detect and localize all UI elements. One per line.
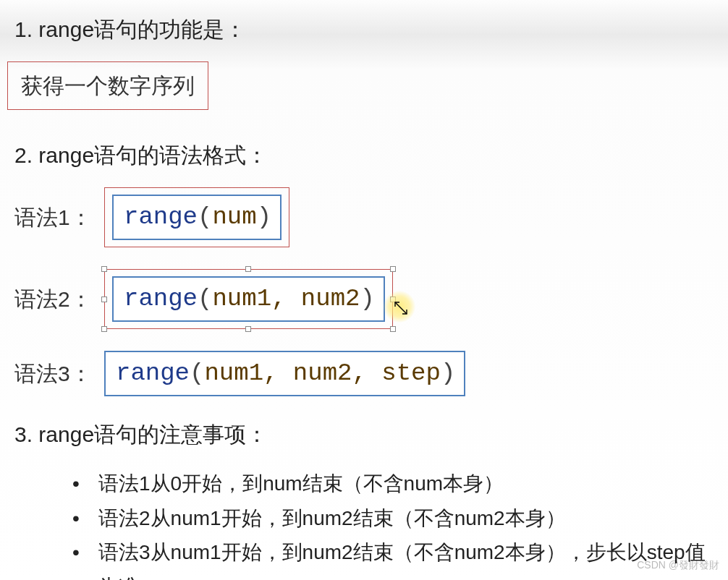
note-item: 语法2从num1开始，到num2结束（不含num2本身） xyxy=(72,501,714,536)
selection-handle[interactable] xyxy=(390,326,396,332)
notes-list: 语法1从0开始，到num结束（不含num本身）语法2从num1开始，到num2结… xyxy=(72,466,714,580)
selection-handle[interactable] xyxy=(101,326,107,332)
note-item: 语法3从num1开始，到num2结束（不含num2本身），步长以step值为准 xyxy=(72,535,714,580)
selection-handle[interactable] xyxy=(245,326,251,332)
syntax-row-1: 语法1：range(num) xyxy=(14,187,714,247)
syntax-row-2: 语法2：range(num1, num2) xyxy=(14,269,714,329)
section-2-heading: 2. range语句的语法格式： xyxy=(14,139,714,171)
code-box-outer[interactable]: range(num1, num2) xyxy=(104,269,393,329)
note-item: 语法1从0开始，到num结束（不含num本身） xyxy=(72,466,714,501)
code-box-inner: range(num1, num2) xyxy=(112,276,385,322)
selection-handle[interactable] xyxy=(101,297,107,302)
section-1-answer-box: 获得一个数字序列 xyxy=(7,61,208,110)
syntax-label: 语法3： xyxy=(14,357,94,390)
selection-handle[interactable] xyxy=(390,266,396,272)
code-box-outer: range(num1, num2, step) xyxy=(104,351,465,396)
selection-handle[interactable] xyxy=(245,266,251,272)
syntax-rows-container: 语法1：range(num)语法2：range(num1, num2)语法3：r… xyxy=(14,187,714,396)
selection-handle[interactable] xyxy=(390,297,396,302)
section-3-heading: 3. range语句的注意事项： xyxy=(14,418,714,451)
code-box-inner: range(num) xyxy=(112,195,282,240)
syntax-label: 语法2： xyxy=(14,283,94,315)
syntax-row-3: 语法3：range(num1, num2, step) xyxy=(14,351,714,396)
selection-handle[interactable] xyxy=(101,266,107,272)
watermark: CSDN @發財發財 xyxy=(637,558,719,573)
section-1-heading: 1. range语句的功能是： xyxy=(14,13,714,46)
code-box-inner: range(num1, num2, step) xyxy=(104,351,465,396)
code-box-outer: range(num) xyxy=(104,187,289,247)
syntax-label: 语法1： xyxy=(14,201,94,234)
